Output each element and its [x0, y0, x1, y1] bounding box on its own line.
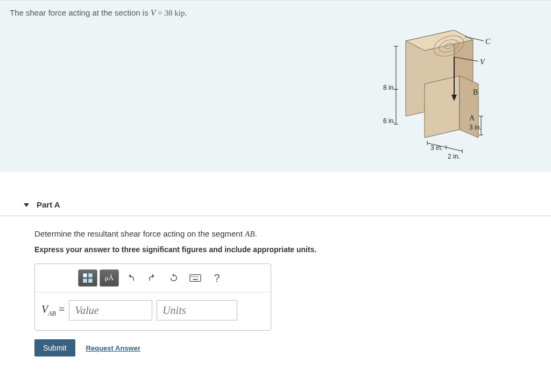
figure: C V B A 8 in. 6 in. 3 in. 3 in. 2 in.: [384, 30, 503, 165]
figure-label-b: B: [473, 88, 478, 97]
equals-sign: =: [56, 303, 65, 315]
figure-dim-3in-bottom: 3 in.: [430, 144, 443, 152]
question-suffix: .: [255, 229, 257, 238]
svg-rect-27: [192, 276, 193, 277]
collapse-icon: [24, 203, 29, 207]
beam-diagram: [384, 30, 503, 165]
problem-formula-var: V: [151, 8, 156, 17]
svg-rect-26: [190, 275, 201, 282]
svg-line-19: [446, 147, 462, 151]
request-answer-link[interactable]: Request Answer: [86, 344, 140, 352]
figure-dim-2in: 2 in.: [448, 153, 460, 160]
undo-button[interactable]: [121, 269, 140, 287]
problem-text-prefix: The shear force acting at the section is: [10, 8, 151, 17]
question-prefix: Determine the resultant shear force acti…: [34, 229, 245, 238]
answer-instruction: Express your answer to three significant…: [34, 245, 551, 254]
figure-dim-8in: 8 in.: [383, 84, 395, 91]
units-input[interactable]: [157, 300, 237, 320]
answer-box: μÅ ? VAB =: [34, 263, 271, 331]
variable-subscript: AB: [48, 310, 56, 317]
svg-rect-28: [193, 276, 194, 277]
reset-button[interactable]: [164, 269, 183, 287]
problem-text-suffix: .: [185, 8, 187, 17]
help-button[interactable]: ?: [207, 269, 227, 287]
question-text: Determine the resultant shear force acti…: [34, 229, 551, 239]
svg-rect-31: [193, 279, 197, 280]
part-a-body: Determine the resultant shear force acti…: [0, 216, 551, 357]
problem-statement: The shear force acting at the section is…: [10, 8, 541, 18]
variable-symbol: V: [41, 303, 48, 315]
keyboard-button[interactable]: [186, 269, 205, 287]
figure-dim-3in-right: 3 in.: [469, 124, 482, 131]
submit-button[interactable]: Submit: [34, 339, 75, 357]
figure-label-a: A: [469, 114, 475, 123]
symbols-label: μÅ: [105, 274, 114, 282]
templates-icon: [83, 273, 93, 283]
problem-formula-eq: = 38 kip: [156, 9, 185, 17]
figure-label-v: V: [480, 58, 485, 67]
equation-toolbar: μÅ ?: [35, 264, 271, 293]
question-var: AB: [245, 230, 255, 238]
part-a-header[interactable]: Part A: [0, 194, 551, 216]
undo-icon: [126, 273, 136, 283]
input-row: VAB =: [35, 293, 271, 330]
problem-header: The shear force acting at the section is…: [0, 0, 551, 172]
figure-label-c: C: [485, 38, 490, 46]
templates-button[interactable]: [78, 269, 97, 287]
keyboard-icon: [189, 274, 201, 282]
submit-row: Submit Request Answer: [34, 339, 551, 357]
variable-label: VAB =: [41, 303, 65, 318]
reset-icon: [169, 273, 179, 283]
part-title: Part A: [37, 200, 60, 209]
svg-rect-30: [197, 276, 199, 277]
help-icon: ?: [214, 272, 220, 284]
symbols-button[interactable]: μÅ: [100, 269, 119, 287]
value-input[interactable]: [69, 300, 152, 320]
svg-rect-29: [195, 276, 196, 277]
redo-button[interactable]: [143, 269, 162, 287]
figure-dim-6in: 6 in.: [383, 117, 395, 125]
redo-icon: [147, 273, 157, 283]
